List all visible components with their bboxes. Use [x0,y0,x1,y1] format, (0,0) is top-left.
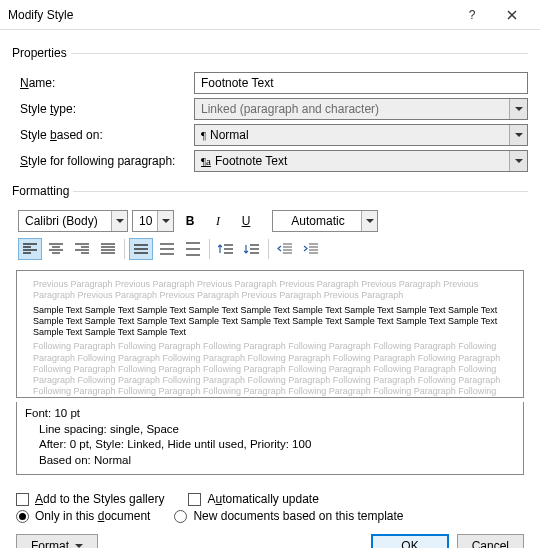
add-gallery-checkbox[interactable] [16,493,29,506]
only-document-radio[interactable] [16,510,29,523]
preview-pane: Previous Paragraph Previous Paragraph Pr… [16,270,524,398]
spacing-1-5-button[interactable] [155,238,179,260]
indent-decrease-button[interactable] [273,238,297,260]
format-button[interactable]: Format [16,534,98,548]
align-center-button[interactable] [44,238,68,260]
close-button[interactable] [492,1,532,29]
chevron-down-icon [111,211,127,231]
align-right-button[interactable] [70,238,94,260]
properties-group: Properties Name: Style type: Linked (par… [12,46,528,176]
auto-update-label: Automatically update [207,492,318,506]
align-justify-button[interactable] [96,238,120,260]
chevron-down-icon [75,544,83,548]
indent-increase-button[interactable] [299,238,323,260]
style-type-select[interactable]: Linked (paragraph and character) [194,98,528,120]
space-before-decrease-button[interactable] [240,238,264,260]
titlebar: Modify Style ? [0,0,540,30]
preview-previous: Previous Paragraph Previous Paragraph Pr… [33,279,507,302]
italic-button[interactable]: I [206,210,230,232]
spacing-1-button[interactable] [129,238,153,260]
based-on-label: Style based on: [12,128,194,142]
style-type-label: Style type: [12,102,194,116]
paragraph-icon: ¶a [201,155,211,167]
preview-following: Following Paragraph Following Paragraph … [33,341,507,398]
align-left-button[interactable] [18,238,42,260]
name-label: Name: [12,76,194,90]
cancel-button[interactable]: Cancel [457,534,524,548]
size-combo[interactable]: 10 [132,210,174,232]
chevron-down-icon [157,211,173,231]
bold-button[interactable]: B [178,210,202,232]
chevron-down-icon [361,211,377,231]
following-select[interactable]: ¶a Footnote Text [194,150,528,172]
new-documents-label: New documents based on this template [193,509,403,523]
font-combo[interactable]: Calibri (Body) [18,210,128,232]
formatting-legend: Formatting [12,184,73,198]
add-gallery-label: Add to the Styles gallery [35,492,164,506]
style-description: Font: 10 pt Line spacing: single, Space … [16,402,524,475]
properties-legend: Properties [12,46,71,60]
spacing-2-button[interactable] [181,238,205,260]
chevron-down-icon [509,125,527,145]
paragraph-icon: ¶ [201,129,206,141]
help-button[interactable]: ? [452,1,492,29]
name-input[interactable] [194,72,528,94]
space-before-increase-button[interactable] [214,238,238,260]
only-document-label: Only in this document [35,509,150,523]
window-title: Modify Style [8,8,452,22]
chevron-down-icon [509,151,527,171]
new-documents-radio[interactable] [174,510,187,523]
auto-update-checkbox[interactable] [188,493,201,506]
underline-button[interactable]: U [234,210,258,232]
options-area: Add to the Styles gallery Automatically … [12,487,528,528]
chevron-down-icon [509,99,527,119]
font-color-combo[interactable]: Automatic [272,210,378,232]
preview-sample: Sample Text Sample Text Sample Text Samp… [33,305,507,339]
formatting-group: Formatting Calibri (Body) 10 B I U Autom… [12,184,528,481]
ok-button[interactable]: OK [371,534,448,548]
following-label: Style for following paragraph: [12,154,194,168]
based-on-select[interactable]: ¶ Normal [194,124,528,146]
